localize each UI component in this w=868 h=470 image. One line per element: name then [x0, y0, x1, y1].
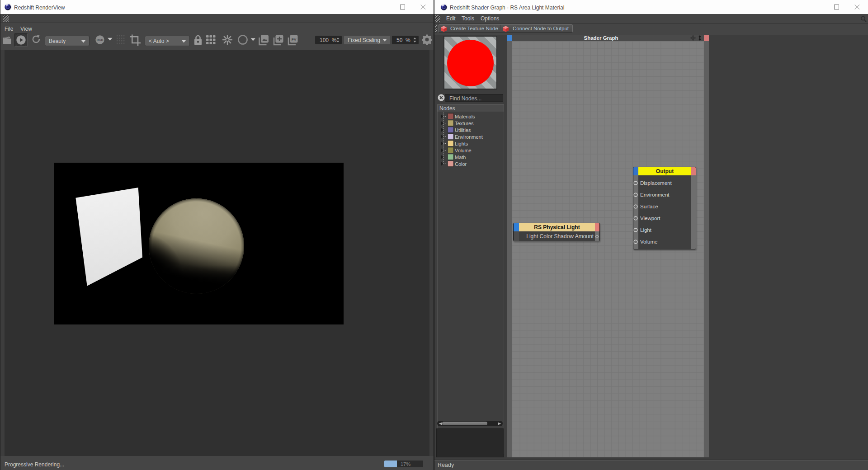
- svg-text:Environment: Environment: [640, 192, 670, 197]
- svg-text:PV: PV: [292, 38, 297, 42]
- svg-text:Utilities: Utilities: [455, 127, 471, 133]
- svg-text:Light: Light: [640, 227, 652, 233]
- svg-text:Materials: Materials: [455, 114, 475, 119]
- svg-text:Volume: Volume: [640, 239, 657, 244]
- svg-text:Textures: Textures: [455, 121, 474, 126]
- svg-text:Lights: Lights: [455, 141, 468, 146]
- svg-text:Color: Color: [455, 161, 467, 167]
- svg-text:RGB: RGB: [97, 38, 104, 42]
- svg-text:Surface: Surface: [640, 204, 658, 209]
- svg-text:Volume: Volume: [455, 148, 472, 153]
- svg-text:Displacement: Displacement: [640, 180, 672, 186]
- svg-text:Environment: Environment: [455, 134, 483, 140]
- svg-text:Math: Math: [455, 155, 466, 160]
- svg-text:Viewport: Viewport: [640, 216, 660, 221]
